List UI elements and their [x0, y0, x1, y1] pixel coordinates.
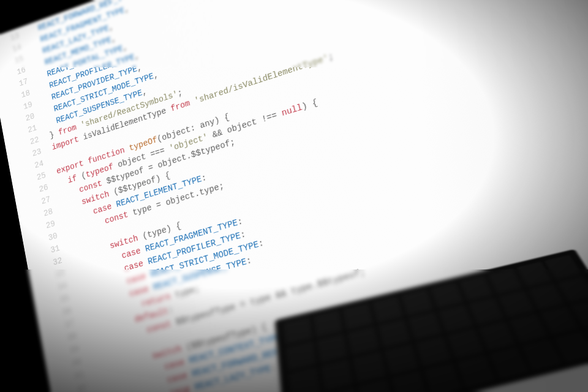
- depth-blur-bottom: [0, 270, 588, 392]
- depth-blur-top: [0, 0, 588, 67]
